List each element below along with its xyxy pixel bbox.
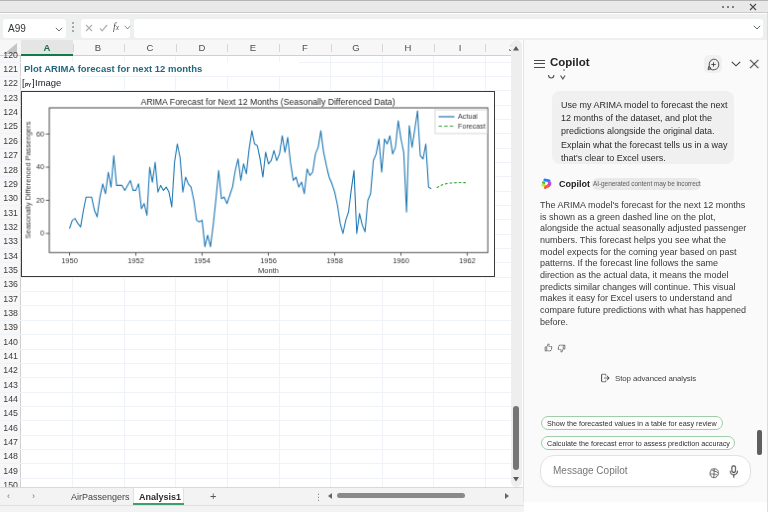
svg-text:Forecast: Forecast: [458, 122, 486, 130]
svg-text:Actual: Actual: [458, 113, 478, 121]
svg-text:1960: 1960: [393, 256, 409, 265]
svg-text:1962: 1962: [459, 256, 475, 265]
svg-text:1950: 1950: [61, 256, 77, 265]
svg-text:20: 20: [36, 196, 44, 205]
svg-text:0: 0: [40, 229, 44, 238]
svg-text:40: 40: [36, 163, 44, 172]
svg-text:ARIMA Forecast for Next 12 Mon: ARIMA Forecast for Next 12 Months (Seaso…: [141, 97, 396, 107]
svg-text:Seasonally Differenced Passeng: Seasonally Differenced Passengers: [23, 121, 32, 238]
svg-text:60: 60: [36, 130, 44, 139]
svg-text:Month: Month: [258, 266, 279, 275]
svg-text:1956: 1956: [260, 256, 276, 265]
svg-text:1958: 1958: [326, 256, 342, 265]
svg-text:1952: 1952: [128, 256, 144, 265]
svg-text:1954: 1954: [194, 256, 210, 265]
